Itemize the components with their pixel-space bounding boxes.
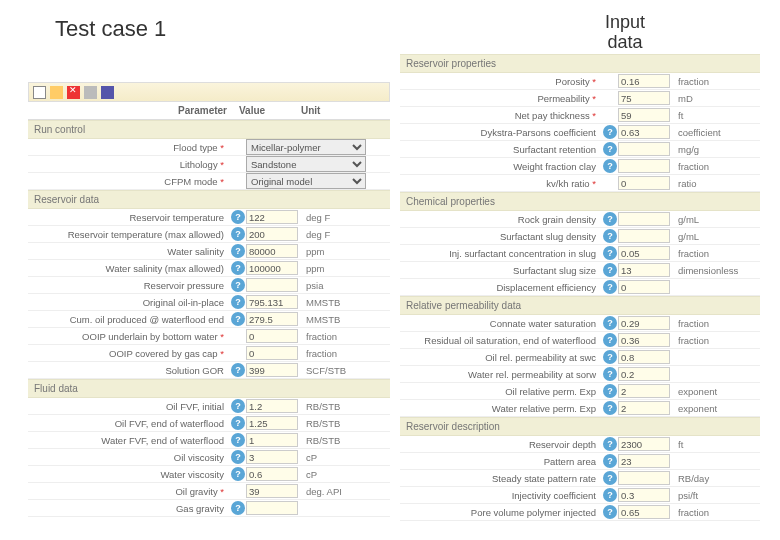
- help-icon[interactable]: ?: [231, 450, 245, 464]
- param-input[interactable]: [618, 488, 670, 502]
- help-icon[interactable]: ?: [231, 261, 245, 275]
- delete-icon[interactable]: [67, 86, 80, 99]
- param-unit: cP: [302, 467, 390, 482]
- param-input[interactable]: [246, 312, 298, 326]
- param-label: Solution GOR: [28, 363, 228, 378]
- param-row: OOIP underlain by bottom water *fraction: [28, 328, 390, 345]
- param-input[interactable]: [618, 437, 670, 451]
- param-unit: [366, 145, 390, 149]
- help-icon[interactable]: ?: [603, 488, 617, 502]
- param-input[interactable]: [618, 384, 670, 398]
- help-icon[interactable]: ?: [231, 227, 245, 241]
- param-row: Dykstra-Parsons coefficient?coefficient: [400, 124, 760, 141]
- help-icon[interactable]: ?: [231, 501, 245, 515]
- param-input[interactable]: [618, 229, 670, 243]
- param-unit: deg F: [302, 227, 390, 242]
- help-icon[interactable]: ?: [603, 263, 617, 277]
- param-select[interactable]: Sandstone: [246, 156, 366, 172]
- param-input[interactable]: [246, 363, 298, 377]
- help-icon[interactable]: ?: [603, 384, 617, 398]
- param-unit: ft: [674, 108, 760, 123]
- param-input[interactable]: [618, 280, 670, 294]
- help-icon[interactable]: ?: [603, 367, 617, 381]
- help-icon[interactable]: ?: [603, 229, 617, 243]
- param-input[interactable]: [246, 227, 298, 241]
- help-icon[interactable]: ?: [231, 416, 245, 430]
- param-input[interactable]: [246, 450, 298, 464]
- new-icon[interactable]: [33, 86, 46, 99]
- help-icon[interactable]: ?: [603, 350, 617, 364]
- help-icon[interactable]: ?: [231, 244, 245, 258]
- help-icon[interactable]: ?: [603, 212, 617, 226]
- help-icon[interactable]: ?: [603, 280, 617, 294]
- param-input[interactable]: [246, 261, 298, 275]
- help-icon[interactable]: ?: [231, 312, 245, 326]
- param-input[interactable]: [246, 295, 298, 309]
- help-icon[interactable]: ?: [603, 454, 617, 468]
- param-label: Weight fraction clay: [400, 159, 600, 174]
- right-panel: Reservoir propertiesPorosity *fractionPe…: [400, 54, 760, 521]
- param-input[interactable]: [618, 125, 670, 139]
- param-input[interactable]: [618, 176, 670, 190]
- param-input[interactable]: [246, 329, 298, 343]
- help-icon[interactable]: ?: [603, 505, 617, 519]
- param-input[interactable]: [618, 142, 670, 156]
- help-icon[interactable]: ?: [231, 210, 245, 224]
- param-input[interactable]: [246, 416, 298, 430]
- param-label: Net pay thickness *: [400, 108, 600, 123]
- param-label: Displacement efficiency: [400, 280, 600, 295]
- param-input[interactable]: [246, 484, 298, 498]
- help-icon[interactable]: ?: [231, 363, 245, 377]
- open-icon[interactable]: [50, 86, 63, 99]
- param-input[interactable]: [618, 350, 670, 364]
- help-icon[interactable]: ?: [603, 159, 617, 173]
- param-select[interactable]: Micellar-polymer: [246, 139, 366, 155]
- param-input[interactable]: [246, 467, 298, 481]
- param-row: Water salinity (max allowed)?ppm: [28, 260, 390, 277]
- param-select[interactable]: Original model: [246, 173, 366, 189]
- param-input[interactable]: [246, 244, 298, 258]
- param-input[interactable]: [246, 399, 298, 413]
- help-icon[interactable]: ?: [603, 333, 617, 347]
- param-input[interactable]: [618, 74, 670, 88]
- help-icon[interactable]: ?: [603, 401, 617, 415]
- param-input[interactable]: [618, 108, 670, 122]
- param-unit: ppm: [302, 244, 390, 259]
- param-input[interactable]: [246, 210, 298, 224]
- param-input[interactable]: [618, 471, 670, 485]
- param-unit: exponent: [674, 384, 760, 399]
- help-icon[interactable]: ?: [603, 142, 617, 156]
- param-input[interactable]: [618, 505, 670, 519]
- param-input[interactable]: [618, 91, 670, 105]
- param-input[interactable]: [618, 212, 670, 226]
- save-icon[interactable]: [101, 86, 114, 99]
- param-input[interactable]: [618, 367, 670, 381]
- param-input[interactable]: [246, 433, 298, 447]
- help-icon[interactable]: ?: [231, 433, 245, 447]
- help-icon[interactable]: ?: [231, 278, 245, 292]
- param-input[interactable]: [618, 263, 670, 277]
- help-icon[interactable]: ?: [603, 316, 617, 330]
- param-label: Oil FVF, initial: [28, 399, 228, 414]
- param-label: Water relative perm. Exp: [400, 401, 600, 416]
- param-input[interactable]: [618, 316, 670, 330]
- help-icon[interactable]: ?: [603, 125, 617, 139]
- param-input[interactable]: [246, 278, 298, 292]
- param-input[interactable]: [618, 333, 670, 347]
- param-row: OOIP covered by gas cap *fraction: [28, 345, 390, 362]
- param-input[interactable]: [618, 454, 670, 468]
- help-icon[interactable]: ?: [231, 467, 245, 481]
- param-input[interactable]: [246, 346, 298, 360]
- help-icon[interactable]: ?: [603, 471, 617, 485]
- help-icon[interactable]: ?: [231, 399, 245, 413]
- param-row: Reservoir depth?ft: [400, 436, 760, 453]
- param-input[interactable]: [618, 159, 670, 173]
- param-unit: deg. API: [302, 484, 390, 499]
- help-icon[interactable]: ?: [231, 295, 245, 309]
- param-input[interactable]: [246, 501, 298, 515]
- help-icon[interactable]: ?: [603, 246, 617, 260]
- param-input[interactable]: [618, 246, 670, 260]
- param-label: Rock grain density: [400, 212, 600, 227]
- param-input[interactable]: [618, 401, 670, 415]
- help-icon[interactable]: ?: [603, 437, 617, 451]
